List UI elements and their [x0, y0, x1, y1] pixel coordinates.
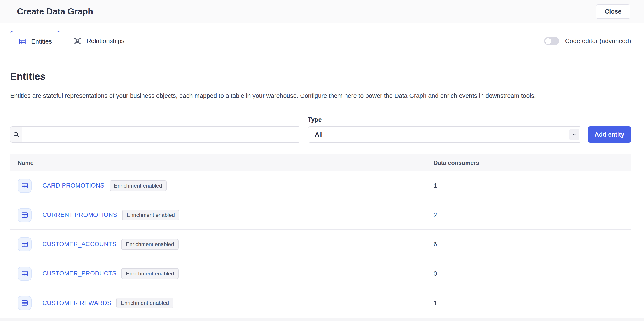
entities-section: Entities Entities are stateful represent… — [0, 71, 644, 318]
tab-list: Entities Relationships — [10, 31, 138, 51]
entity-name-cell: CURRENT PROMOTIONS Enrichment enabled — [10, 208, 434, 222]
entity-name-cell: CUSTOMER_PRODUCTS Enrichment enabled — [10, 267, 434, 281]
entities-table: Name Data consumers CARD PROMOTIONS Enri… — [10, 155, 631, 318]
enrichment-badge: Enrichment enabled — [121, 268, 178, 279]
type-filter-label: Type — [308, 116, 582, 123]
type-select-value: All — [308, 131, 323, 138]
entity-link[interactable]: CUSTOMER_ACCOUNTS — [42, 241, 116, 248]
tab-relationships[interactable]: Relationships — [60, 31, 138, 51]
data-consumers-value: 1 — [434, 299, 631, 307]
search-input[interactable] — [22, 127, 300, 143]
entity-name-cell: CARD PROMOTIONS Enrichment enabled — [10, 179, 434, 193]
search-icon — [10, 127, 22, 143]
enrichment-badge: Enrichment enabled — [122, 210, 179, 220]
table-icon — [18, 267, 32, 281]
search-box — [10, 127, 300, 143]
data-consumers-value: 1 — [434, 182, 631, 189]
code-editor-toggle-group: Code editor (advanced) — [544, 37, 631, 45]
tab-entities-label: Entities — [31, 38, 52, 45]
section-heading: Entities — [10, 71, 631, 82]
page-title: Create Data Graph — [17, 6, 93, 16]
table-icon — [18, 179, 32, 193]
table-header: Name Data consumers — [10, 155, 631, 171]
table-icon — [18, 296, 32, 310]
data-consumers-value: 6 — [434, 241, 631, 248]
code-editor-toggle-label: Code editor (advanced) — [565, 37, 631, 45]
table-icon — [18, 38, 26, 45]
column-header-data-consumers: Data consumers — [434, 159, 631, 166]
table-icon — [18, 208, 32, 222]
table-row[interactable]: CUSTOMER_PRODUCTS Enrichment enabled 0 — [10, 259, 631, 288]
enrichment-badge: Enrichment enabled — [110, 180, 167, 191]
entity-link[interactable]: CUSTOMER_PRODUCTS — [42, 270, 116, 277]
section-description: Entities are stateful representations of… — [10, 92, 631, 100]
entity-name-cell: CUSTOMER_ACCOUNTS Enrichment enabled — [10, 237, 434, 251]
type-select[interactable]: All — [308, 127, 582, 143]
table-row[interactable]: CURRENT PROMOTIONS Enrichment enabled 2 — [10, 200, 631, 230]
column-header-name: Name — [10, 159, 434, 166]
entity-link[interactable]: CARD PROMOTIONS — [42, 182, 104, 189]
close-button[interactable]: Close — [596, 4, 630, 19]
tab-entities[interactable]: Entities — [10, 31, 60, 51]
table-row[interactable]: CUSTOMER REWARDS Enrichment enabled 1 — [10, 288, 631, 318]
entity-name-cell: CUSTOMER REWARDS Enrichment enabled — [10, 296, 434, 310]
tab-relationships-label: Relationships — [86, 37, 124, 45]
add-entity-button[interactable]: Add entity — [588, 127, 631, 143]
code-editor-toggle[interactable] — [544, 37, 559, 45]
data-consumers-value: 0 — [434, 270, 631, 277]
tab-bar: Entities Relationships — [0, 23, 644, 58]
type-filter: Type All — [308, 116, 582, 143]
modal-footer-edge — [0, 318, 644, 321]
entity-link[interactable]: CURRENT PROMOTIONS — [42, 211, 117, 218]
entity-link[interactable]: CUSTOMER REWARDS — [42, 300, 111, 307]
table-row[interactable]: CUSTOMER_ACCOUNTS Enrichment enabled 6 — [10, 230, 631, 259]
table-icon — [18, 237, 32, 251]
table-row[interactable]: CARD PROMOTIONS Enrichment enabled 1 — [10, 171, 631, 200]
enrichment-badge: Enrichment enabled — [121, 239, 178, 250]
filter-controls: Type All Add entity — [10, 116, 631, 143]
modal-header: Create Data Graph Close — [0, 0, 644, 23]
chevron-down-icon — [570, 129, 579, 140]
network-icon — [74, 37, 82, 45]
enrichment-badge: Enrichment enabled — [116, 298, 174, 308]
data-consumers-value: 2 — [434, 211, 631, 219]
